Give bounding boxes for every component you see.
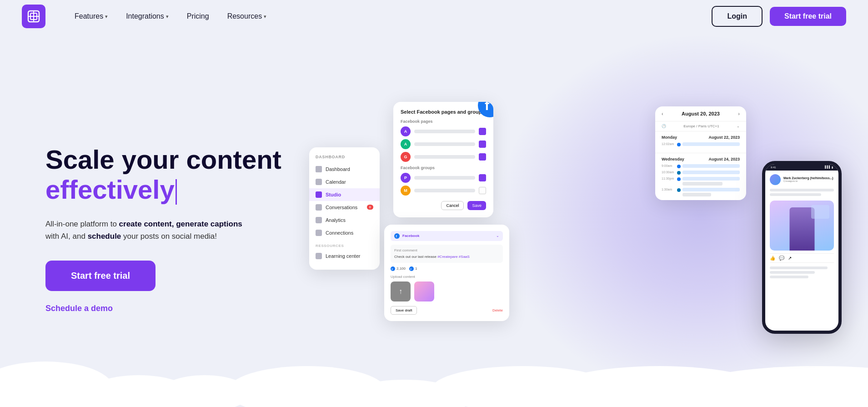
cal-event-bar-1 bbox=[682, 142, 740, 146]
phone-text-line-1 bbox=[770, 189, 834, 191]
features-chevron-icon: ▾ bbox=[105, 14, 108, 20]
post-social-row: f 2,100 f 1 bbox=[391, 266, 503, 271]
cal-prev-btn[interactable]: ‹ bbox=[662, 111, 663, 116]
cal-event-bar-2 bbox=[682, 164, 740, 168]
calendar-header: ‹ August 20, 2023 › bbox=[655, 106, 746, 121]
svg-point-6 bbox=[394, 233, 400, 239]
dash-item-connections[interactable]: Connections bbox=[309, 226, 380, 239]
phone-comment-line-2 bbox=[770, 271, 815, 274]
pricing-link[interactable]: Pricing bbox=[180, 9, 216, 24]
dash-item-analytics[interactable]: Analytics bbox=[309, 214, 380, 226]
nav-trial-button[interactable]: Start free trial bbox=[770, 7, 846, 26]
cloud-6 bbox=[432, 366, 614, 407]
post-upload-section: Upload content ↑ bbox=[391, 275, 503, 301]
cal-next-btn[interactable]: › bbox=[738, 111, 740, 116]
resources-label: Resources bbox=[227, 12, 262, 20]
fb-group-avatar-1: P bbox=[401, 173, 411, 183]
fb-page-2[interactable]: A bbox=[401, 139, 486, 149]
fb-page-3[interactable]: G bbox=[401, 152, 486, 162]
upload-button[interactable]: ↑ bbox=[391, 281, 411, 301]
svg-point-10 bbox=[409, 266, 414, 271]
resources-section-header: RESSOURCES bbox=[309, 239, 380, 250]
fb-group-2[interactable]: M bbox=[401, 186, 486, 196]
fb-save-button[interactable]: Save bbox=[467, 201, 486, 210]
cloud-1 bbox=[0, 362, 114, 407]
first-comment-label: First comment bbox=[394, 248, 499, 252]
resources-menu[interactable]: Resources ▾ bbox=[220, 9, 274, 24]
phone-mockup: 9:41 ▌▌▌ ▮ Mark Zuckerberg (he/him/boss.… bbox=[762, 161, 842, 334]
phone-user-info: Mark Zuckerberg (he/him/boss...) Creaqpr… bbox=[783, 176, 833, 182]
post-card: f Facebook ⌄ First comment Check out our… bbox=[384, 225, 509, 321]
fb-page-toggle-2[interactable] bbox=[479, 141, 486, 148]
cal-time-5: 1:30am bbox=[662, 188, 675, 191]
login-button[interactable]: Login bbox=[712, 6, 763, 27]
phone-battery-icon: ▮ bbox=[832, 166, 833, 169]
cloud-3 bbox=[159, 375, 250, 407]
cal-monday-date: August 22, 2023 bbox=[708, 135, 740, 140]
hero-left: Scale your content effectively All-in-on… bbox=[45, 145, 282, 314]
fb-card-actions: Cancel Save bbox=[401, 201, 486, 210]
fb-social-icon: f bbox=[391, 266, 395, 271]
fb-group-toggle-1[interactable] bbox=[479, 174, 486, 181]
navbar: Features ▾ Integrations ▾ Pricing Resour… bbox=[0, 0, 868, 33]
phone-username: Mark Zuckerberg (he/him/boss...) bbox=[783, 176, 833, 180]
post-comment-text: Check out our last release #Createpare #… bbox=[394, 254, 499, 259]
facebook-select-card: f Select Facebook pages and groups Faceb… bbox=[393, 102, 493, 217]
features-menu[interactable]: Features ▾ bbox=[67, 9, 115, 24]
cal-event-5: 1:30am bbox=[662, 188, 740, 196]
fb-cancel-button[interactable]: Cancel bbox=[441, 201, 464, 210]
post-social-fb: f 2,100 bbox=[391, 266, 406, 271]
integrations-label: Integrations bbox=[126, 12, 164, 20]
cal-timezone-row: 🕐 Europe / Paris UTC+1 ⌄ bbox=[655, 121, 746, 131]
phone-reactions-row: 👍 💬 ↗ bbox=[770, 253, 834, 263]
save-draft-button[interactable]: Save draft bbox=[391, 306, 417, 315]
integrations-chevron-icon: ▾ bbox=[166, 14, 169, 20]
cal-tz-chevron: ⌄ bbox=[737, 124, 740, 128]
upload-icon: ↑ bbox=[399, 287, 402, 296]
cal-event-1: 12:02am bbox=[662, 142, 740, 146]
fb-page-line-3 bbox=[414, 155, 475, 159]
fb-mini-icon: f bbox=[394, 233, 400, 239]
cal-wednesday-date: August 24, 2023 bbox=[708, 157, 740, 161]
logo-icon bbox=[22, 5, 45, 28]
dash-item-dashboard[interactable]: Dashboard bbox=[309, 163, 380, 176]
nav-actions: Login Start free trial bbox=[712, 6, 846, 27]
integrations-menu[interactable]: Integrations ▾ bbox=[119, 9, 176, 24]
post-fb-selector[interactable]: f Facebook ⌄ bbox=[391, 231, 503, 241]
fb-group-1[interactable]: P bbox=[401, 173, 486, 183]
li-dot-2-icon bbox=[677, 188, 681, 192]
cal-monday-header: Monday August 22, 2023 bbox=[662, 135, 740, 140]
dash-item-learning[interactable]: Learning center bbox=[309, 250, 380, 262]
cal-wednesday-header: Wednesday August 24, 2023 bbox=[662, 157, 740, 161]
fb-page-1[interactable]: A bbox=[401, 126, 486, 136]
fb-page-toggle-3[interactable] bbox=[479, 153, 486, 161]
upload-label: Upload content bbox=[391, 275, 503, 279]
dash-item-studio[interactable]: Studio bbox=[309, 188, 380, 201]
delete-button[interactable]: Delete bbox=[492, 308, 503, 312]
bottom-clouds bbox=[0, 362, 868, 407]
phone-post-image bbox=[770, 201, 834, 251]
phone-time: 9:41 bbox=[771, 166, 776, 169]
cal-event-bar-5 bbox=[682, 188, 740, 196]
fb-group-toggle-2[interactable] bbox=[479, 187, 486, 194]
phone-post-header: Mark Zuckerberg (he/him/boss...) Creaqpr… bbox=[770, 174, 834, 185]
fb-social-icon2: f bbox=[409, 266, 414, 271]
fb-pages-label: Facebook pages bbox=[401, 119, 486, 124]
fb-page-line-2 bbox=[414, 142, 475, 146]
share-icon: ↗ bbox=[788, 256, 792, 261]
dash-item-calendar[interactable]: Calendar bbox=[309, 176, 380, 188]
fb-dot-3-icon bbox=[677, 177, 681, 181]
li-dot-icon bbox=[677, 171, 681, 175]
hero-trial-button[interactable]: Start free trial bbox=[45, 261, 156, 291]
post-social-fb2: f 1 bbox=[409, 266, 417, 271]
dash-item-conversations[interactable]: Conversations 8 bbox=[309, 201, 380, 214]
phone-comment-line-3 bbox=[770, 276, 808, 278]
fb-page-toggle-1[interactable] bbox=[479, 128, 486, 135]
cloud-4 bbox=[227, 366, 386, 407]
logo[interactable] bbox=[22, 5, 45, 28]
cloud-5 bbox=[341, 380, 468, 407]
fb-dot-icon bbox=[677, 143, 681, 146]
post-comment-link: #Createpare #SaaS bbox=[437, 255, 470, 259]
demo-button[interactable]: Schedule a demo bbox=[45, 304, 282, 313]
grid-icon bbox=[316, 166, 322, 172]
